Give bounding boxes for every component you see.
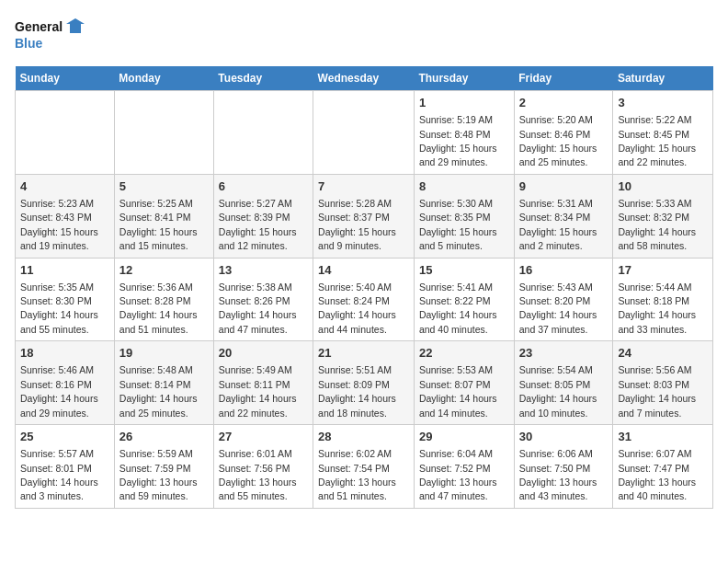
day-number: 13: [219, 262, 308, 279]
calendar-cell: 30Sunrise: 6:06 AM Sunset: 7:50 PM Dayli…: [514, 425, 613, 509]
day-number: 8: [419, 178, 509, 195]
calendar-cell: 25Sunrise: 5:57 AM Sunset: 8:01 PM Dayli…: [16, 425, 115, 509]
day-info: Sunrise: 5:40 AM Sunset: 8:24 PM Dayligh…: [318, 282, 396, 335]
svg-text:Blue: Blue: [15, 36, 43, 51]
day-info: Sunrise: 5:44 AM Sunset: 8:18 PM Dayligh…: [618, 282, 696, 335]
day-number: 1: [419, 95, 509, 111]
day-number: 28: [318, 429, 409, 445]
day-header-thursday: Thursday: [414, 66, 514, 91]
day-info: Sunrise: 5:41 AM Sunset: 8:22 PM Dayligh…: [419, 282, 497, 335]
day-info: Sunrise: 5:54 AM Sunset: 8:05 PM Dayligh…: [519, 364, 597, 418]
day-info: Sunrise: 5:20 AM Sunset: 8:46 PM Dayligh…: [519, 114, 597, 167]
day-info: Sunrise: 5:36 AM Sunset: 8:28 PM Dayligh…: [119, 282, 198, 335]
calendar-cell: 24Sunrise: 5:56 AM Sunset: 8:03 PM Dayli…: [613, 341, 713, 425]
calendar-cell: 29Sunrise: 6:04 AM Sunset: 7:52 PM Dayli…: [414, 425, 514, 509]
day-info: Sunrise: 5:27 AM Sunset: 8:39 PM Dayligh…: [219, 198, 297, 251]
day-header-monday: Monday: [114, 66, 213, 91]
calendar-cell: 16Sunrise: 5:43 AM Sunset: 8:20 PM Dayli…: [514, 258, 613, 341]
day-info: Sunrise: 5:33 AM Sunset: 8:32 PM Dayligh…: [618, 198, 696, 251]
svg-marker-2: [66, 18, 85, 33]
day-info: Sunrise: 6:06 AM Sunset: 7:50 PM Dayligh…: [519, 448, 597, 501]
calendar-cell: 17Sunrise: 5:44 AM Sunset: 8:18 PM Dayli…: [613, 258, 713, 341]
day-number: 30: [519, 429, 609, 445]
logo: General Blue: [15, 15, 88, 55]
day-info: Sunrise: 6:01 AM Sunset: 7:56 PM Dayligh…: [219, 448, 297, 501]
day-info: Sunrise: 5:48 AM Sunset: 8:14 PM Dayligh…: [119, 364, 198, 418]
day-number: 6: [219, 178, 308, 195]
day-info: Sunrise: 5:59 AM Sunset: 7:59 PM Dayligh…: [119, 448, 198, 501]
calendar-cell: 22Sunrise: 5:53 AM Sunset: 8:07 PM Dayli…: [414, 341, 514, 425]
day-info: Sunrise: 5:22 AM Sunset: 8:45 PM Dayligh…: [618, 114, 696, 167]
calendar-cell: 3Sunrise: 5:22 AM Sunset: 8:45 PM Daylig…: [613, 91, 713, 175]
calendar-cell: 13Sunrise: 5:38 AM Sunset: 8:26 PM Dayli…: [213, 258, 313, 341]
day-info: Sunrise: 5:35 AM Sunset: 8:30 PM Dayligh…: [20, 282, 98, 335]
calendar-cell: 6Sunrise: 5:27 AM Sunset: 8:39 PM Daylig…: [213, 174, 313, 258]
day-info: Sunrise: 5:49 AM Sunset: 8:11 PM Dayligh…: [219, 364, 297, 418]
calendar-week-4: 18Sunrise: 5:46 AM Sunset: 8:16 PM Dayli…: [16, 341, 713, 425]
day-info: Sunrise: 5:31 AM Sunset: 8:34 PM Dayligh…: [519, 198, 597, 251]
day-header-tuesday: Tuesday: [213, 66, 313, 91]
day-number: 11: [20, 262, 109, 279]
calendar-cell: 15Sunrise: 5:41 AM Sunset: 8:22 PM Dayli…: [414, 258, 514, 341]
calendar-header-row: SundayMondayTuesdayWednesdayThursdayFrid…: [16, 66, 713, 91]
calendar-cell: 20Sunrise: 5:49 AM Sunset: 8:11 PM Dayli…: [213, 341, 313, 425]
day-number: 22: [419, 345, 509, 362]
calendar-cell: 10Sunrise: 5:33 AM Sunset: 8:32 PM Dayli…: [613, 174, 713, 258]
day-info: Sunrise: 5:56 AM Sunset: 8:03 PM Dayligh…: [618, 364, 696, 418]
day-info: Sunrise: 5:25 AM Sunset: 8:41 PM Dayligh…: [119, 198, 198, 251]
day-number: 24: [618, 345, 708, 362]
day-number: 9: [519, 178, 609, 195]
logo-svg: General Blue: [15, 15, 88, 55]
calendar-cell: 5Sunrise: 5:25 AM Sunset: 8:41 PM Daylig…: [114, 174, 213, 258]
day-number: 12: [119, 262, 209, 279]
day-number: 3: [618, 95, 708, 111]
day-number: 20: [219, 345, 308, 362]
calendar-cell: [16, 91, 115, 175]
day-info: Sunrise: 5:19 AM Sunset: 8:48 PM Dayligh…: [419, 114, 497, 167]
calendar-cell: 23Sunrise: 5:54 AM Sunset: 8:05 PM Dayli…: [514, 341, 613, 425]
day-header-saturday: Saturday: [613, 66, 713, 91]
day-info: Sunrise: 5:46 AM Sunset: 8:16 PM Dayligh…: [20, 364, 98, 418]
calendar-week-2: 4Sunrise: 5:23 AM Sunset: 8:43 PM Daylig…: [16, 174, 713, 258]
day-number: 15: [419, 262, 509, 279]
day-header-sunday: Sunday: [16, 66, 115, 91]
calendar-week-5: 25Sunrise: 5:57 AM Sunset: 8:01 PM Dayli…: [16, 425, 713, 509]
calendar-week-1: 1Sunrise: 5:19 AM Sunset: 8:48 PM Daylig…: [16, 91, 713, 175]
calendar-table: SundayMondayTuesdayWednesdayThursdayFrid…: [15, 66, 713, 509]
day-number: 26: [119, 429, 209, 445]
day-number: 4: [20, 178, 109, 195]
calendar-cell: 1Sunrise: 5:19 AM Sunset: 8:48 PM Daylig…: [414, 91, 514, 175]
calendar-cell: 14Sunrise: 5:40 AM Sunset: 8:24 PM Dayli…: [313, 258, 415, 341]
day-number: 10: [618, 178, 708, 195]
calendar-week-3: 11Sunrise: 5:35 AM Sunset: 8:30 PM Dayli…: [16, 258, 713, 341]
calendar-cell: [213, 91, 313, 175]
day-number: 17: [618, 262, 708, 279]
day-number: 29: [419, 429, 509, 445]
day-info: Sunrise: 5:23 AM Sunset: 8:43 PM Dayligh…: [20, 198, 98, 251]
day-header-friday: Friday: [514, 66, 613, 91]
day-info: Sunrise: 5:57 AM Sunset: 8:01 PM Dayligh…: [20, 448, 98, 501]
day-number: 5: [119, 178, 209, 195]
calendar-cell: 31Sunrise: 6:07 AM Sunset: 7:47 PM Dayli…: [613, 425, 713, 509]
day-info: Sunrise: 5:53 AM Sunset: 8:07 PM Dayligh…: [419, 364, 497, 418]
day-number: 31: [618, 429, 708, 445]
day-info: Sunrise: 5:43 AM Sunset: 8:20 PM Dayligh…: [519, 282, 597, 335]
day-number: 23: [519, 345, 609, 362]
day-number: 27: [219, 429, 308, 445]
calendar-cell: 2Sunrise: 5:20 AM Sunset: 8:46 PM Daylig…: [514, 91, 613, 175]
day-info: Sunrise: 5:38 AM Sunset: 8:26 PM Dayligh…: [219, 282, 297, 335]
day-info: Sunrise: 5:28 AM Sunset: 8:37 PM Dayligh…: [318, 198, 396, 251]
calendar-cell: [313, 91, 415, 175]
calendar-cell: 19Sunrise: 5:48 AM Sunset: 8:14 PM Dayli…: [114, 341, 213, 425]
day-number: 2: [519, 95, 609, 111]
day-number: 25: [20, 429, 109, 445]
svg-text:General: General: [15, 19, 63, 34]
calendar-cell: 27Sunrise: 6:01 AM Sunset: 7:56 PM Dayli…: [213, 425, 313, 509]
calendar-cell: 18Sunrise: 5:46 AM Sunset: 8:16 PM Dayli…: [16, 341, 115, 425]
day-info: Sunrise: 6:04 AM Sunset: 7:52 PM Dayligh…: [419, 448, 497, 501]
calendar-cell: 7Sunrise: 5:28 AM Sunset: 8:37 PM Daylig…: [313, 174, 415, 258]
calendar-cell: 11Sunrise: 5:35 AM Sunset: 8:30 PM Dayli…: [16, 258, 115, 341]
calendar-cell: 26Sunrise: 5:59 AM Sunset: 7:59 PM Dayli…: [114, 425, 213, 509]
header: General Blue: [15, 15, 713, 55]
day-info: Sunrise: 5:51 AM Sunset: 8:09 PM Dayligh…: [318, 364, 396, 418]
